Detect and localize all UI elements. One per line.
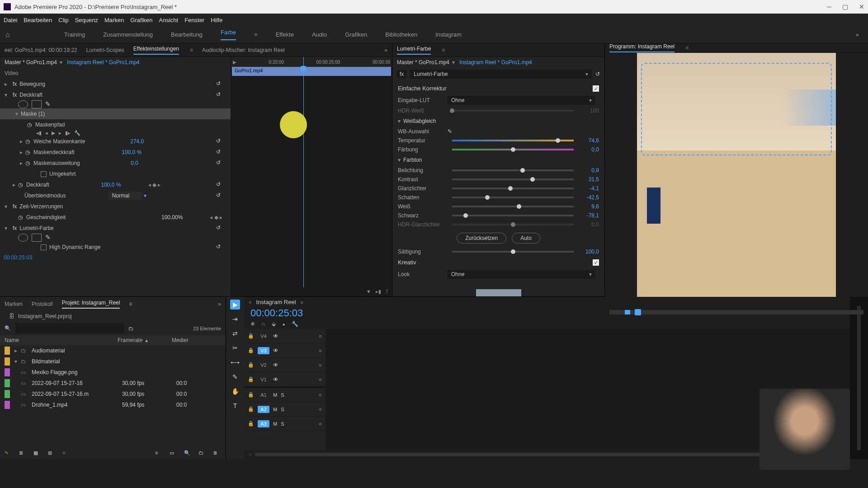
tab-source[interactable]: eel: GoPro1.mp4: 00:00:19:22: [5, 47, 77, 53]
ws-instagram[interactable]: Instagram: [435, 31, 462, 38]
find-icon[interactable]: 🔍: [184, 450, 192, 456]
mask-pen-button[interactable]: ✎: [45, 234, 55, 242]
col-media[interactable]: Medier: [172, 337, 189, 343]
linked-sel-icon[interactable]: ∩: [261, 321, 265, 327]
eye-icon[interactable]: 👁: [273, 362, 278, 368]
menu-ansicht[interactable]: Ansicht: [159, 17, 178, 23]
video-track-header[interactable]: 🔒V1👁○: [244, 372, 326, 387]
fx-badge-icon[interactable]: fx: [13, 81, 17, 87]
chevron-down-icon[interactable]: ▾: [60, 59, 62, 66]
twirl-icon[interactable]: ▾: [398, 157, 401, 163]
sat-slider[interactable]: [452, 251, 574, 253]
exp-value[interactable]: 0,8: [578, 167, 599, 174]
slip-tool[interactable]: ⟷: [230, 357, 240, 367]
high-value[interactable]: -4,1: [578, 185, 599, 192]
kf-back-icon[interactable]: ◂: [45, 130, 48, 136]
tab-scopes[interactable]: Lumetri-Scopes: [86, 47, 124, 53]
razor-tool[interactable]: ✂: [230, 343, 240, 353]
new-bin-icon[interactable]: 🗀: [128, 326, 133, 331]
export-icon[interactable]: ⤴: [386, 289, 388, 295]
menu-bearbeiten[interactable]: Bearbeiten: [24, 17, 52, 23]
ws-zusammenstellung[interactable]: Zusammenstellung: [103, 31, 153, 38]
kf-nav[interactable]: ◂ ◆ ▸: [210, 214, 222, 221]
stopwatch-icon[interactable]: ◷: [18, 214, 23, 221]
fx-opacity[interactable]: Deckkraft: [19, 92, 42, 98]
col-framerate[interactable]: Framerate▲: [118, 337, 172, 343]
twirl-icon[interactable]: ▸: [5, 81, 10, 87]
listview-icon[interactable]: ≣: [19, 450, 27, 456]
blend-select[interactable]: Normal: [108, 192, 142, 200]
stopwatch-icon[interactable]: ◷: [27, 122, 32, 128]
fx-feather-value[interactable]: 274,0: [130, 138, 144, 145]
reset-icon[interactable]: ↺: [216, 149, 223, 156]
zoom-dot-icon[interactable]: ○: [62, 450, 71, 456]
fx-motion[interactable]: Bewegung: [19, 81, 45, 87]
tone-label[interactable]: Farbton: [403, 157, 422, 163]
tab-effect-controls[interactable]: Effekteinstellungen: [133, 46, 179, 55]
audio-track-header[interactable]: 🔒A2MS○: [244, 402, 326, 417]
invert-checkbox[interactable]: [41, 171, 47, 177]
play-icon[interactable]: ▸▮: [376, 289, 381, 295]
program-monitor[interactable]: [605, 53, 868, 297]
tab-lumetri[interactable]: Lumetri-Farbe: [397, 46, 431, 55]
fx-badge-icon[interactable]: fx: [13, 225, 17, 231]
black-slider[interactable]: [452, 215, 574, 216]
reset-icon[interactable]: ↺: [216, 181, 223, 188]
reset-icon[interactable]: ↺: [216, 138, 223, 145]
mask-rect-button[interactable]: [32, 100, 42, 108]
sequence-name[interactable]: Instagram Reel: [256, 299, 296, 305]
kf-next-icon[interactable]: ▮▸: [65, 130, 71, 136]
lock-icon[interactable]: 🔒: [248, 376, 254, 382]
home-icon[interactable]: ⌂: [5, 31, 10, 39]
sort-icon[interactable]: ≡: [155, 450, 163, 456]
lumetri-effect-select[interactable]: Lumetri-Farbe: [410, 70, 592, 79]
menu-marken[interactable]: Marken: [104, 17, 124, 23]
overflow-icon[interactable]: »: [218, 301, 221, 307]
creative-label[interactable]: Kreativ: [398, 259, 416, 266]
track-select-tool[interactable]: ⇥: [230, 314, 240, 324]
ws-effekte[interactable]: Effekte: [276, 31, 294, 38]
fx-badge-icon[interactable]: fx: [13, 92, 17, 98]
reset-icon[interactable]: ↺: [216, 192, 223, 199]
twirl-icon[interactable]: ▾: [5, 203, 10, 210]
twirl-icon[interactable]: ▸: [20, 138, 25, 145]
lock-icon[interactable]: 🔒: [248, 421, 254, 427]
menu-grafiken[interactable]: Grafiken: [130, 17, 152, 23]
ws-overflow-icon[interactable]: »: [856, 31, 859, 38]
twirl-icon[interactable]: ▾: [5, 92, 10, 98]
fx-sequence-clip[interactable]: Instagram Reel * GoPro1.mp4: [67, 59, 140, 66]
fx-lumetri[interactable]: Lumetri-Farbe: [19, 225, 53, 231]
iconview-icon[interactable]: ▦: [33, 450, 42, 456]
fx-clip-header[interactable]: GoPro1.mp4: [232, 67, 391, 76]
kf-play-icon[interactable]: ▶: [52, 130, 55, 136]
lum-master[interactable]: Master * GoPro1.mp4: [397, 59, 449, 66]
temp-slider[interactable]: [452, 140, 574, 141]
ws-farbe-menu[interactable]: ≡: [254, 31, 258, 38]
fx-badge[interactable]: fx: [397, 70, 406, 78]
tab-program[interactable]: Programm: Instagram Reel: [609, 43, 675, 52]
audio-track-header[interactable]: 🔒A1MS○: [244, 388, 326, 402]
reset-icon[interactable]: ↺: [216, 91, 223, 99]
twirl-icon[interactable]: ▸: [20, 160, 25, 166]
new-item-button[interactable]: 🗎: [213, 450, 221, 456]
black-value[interactable]: -78,1: [578, 212, 599, 219]
minimize-button[interactable]: ─: [827, 3, 831, 10]
eye-icon[interactable]: 👁: [273, 347, 278, 354]
tab-project[interactable]: Projekt: Instagram_Reel: [62, 300, 120, 309]
wb-label[interactable]: Weißabgleich: [403, 118, 436, 124]
selection-tool[interactable]: ▶: [230, 300, 240, 310]
look-select[interactable]: Ohne: [448, 270, 595, 279]
list-item[interactable]: ▭Mexiko Flagge.png: [0, 367, 226, 378]
stopwatch-icon[interactable]: ◷: [25, 138, 30, 145]
twirl-icon[interactable]: ▾: [5, 225, 10, 231]
hand-tool[interactable]: ✋: [230, 386, 240, 396]
shad-slider[interactable]: [452, 197, 574, 198]
ws-bearbeitung[interactable]: Bearbeitung: [171, 31, 203, 38]
project-list[interactable]: ▸🗀Audiomaterial▾🗀Bildmaterial▭Mexiko Fla…: [0, 345, 226, 447]
ws-training[interactable]: Training: [64, 31, 85, 38]
audio-track-header[interactable]: 🔒A3MS○: [244, 417, 326, 431]
menu-clip[interactable]: Clip: [58, 17, 68, 23]
maximize-button[interactable]: ▢: [842, 3, 848, 10]
reset-icon[interactable]: ↺: [595, 71, 600, 77]
col-name[interactable]: Name: [5, 337, 118, 343]
